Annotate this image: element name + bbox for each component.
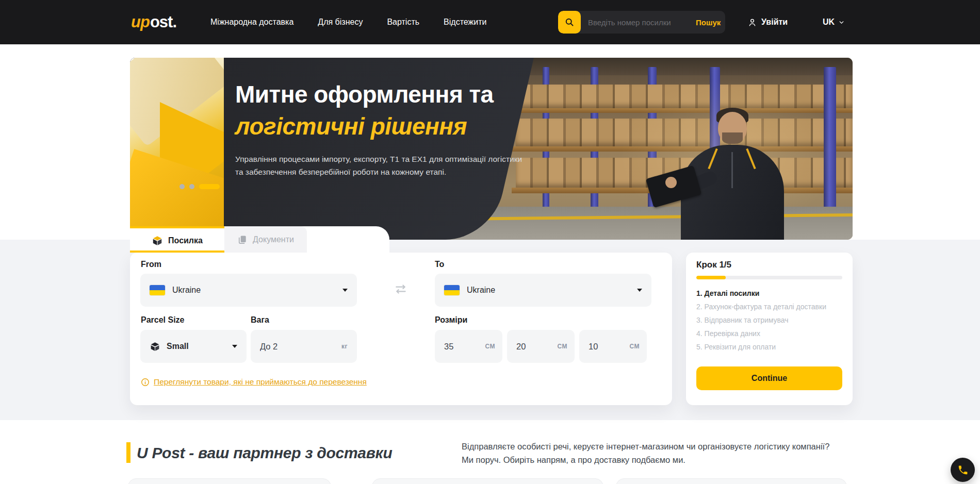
steps-card: Крок 1/5 1. Деталі посилки 2. Рахунок-фа… [686,253,853,405]
parcel-size-value: Small [167,342,189,351]
tab-parcel[interactable]: Посилка [130,226,224,253]
search-submit-button[interactable]: Пошук [696,18,725,27]
nav-track[interactable]: Відстежити [444,18,486,27]
logo[interactable]: upost. [131,0,176,44]
carousel-dot[interactable] [189,184,194,189]
caret-down-icon [342,289,348,292]
from-country-select[interactable]: Ukraine [140,274,357,307]
continue-button[interactable]: Continue [696,366,842,390]
nav-international-delivery[interactable]: Міжнародна доставка [210,18,293,27]
caret-down-icon [637,289,642,292]
dimension-width-input[interactable] [516,342,540,352]
swap-icon [394,282,407,296]
to-label: To [435,260,444,269]
search-button[interactable] [558,11,581,34]
heading-accent-bar [126,442,130,463]
step-counter: Крок 1/5 [696,260,731,270]
tab-parcel-label: Посилка [168,236,203,245]
dimension-height-field: см [579,330,647,363]
progress-fill [696,276,726,279]
to-country-value: Ukraine [467,286,495,295]
envelope-illustration [130,58,224,227]
hero-subtitle: Управління процесами імпорту, експорту, … [235,153,522,178]
nav-for-business[interactable]: Для бізнесу [318,18,363,27]
ukraine-flag-icon [150,285,165,295]
phone-icon [957,464,969,476]
search-bar: Пошук [558,11,725,34]
parcel-box-icon [152,235,163,246]
carousel-dot[interactable] [179,184,185,189]
step-item-5: 5. Реквізити для оплати [696,340,826,354]
parcel-size-select[interactable]: Small [140,330,247,363]
warehouse-worker [656,101,812,240]
carousel-dots [179,184,220,189]
restricted-goods-link-text: Переглянути товари, які не приймаються д… [154,377,367,387]
dimension-width-field: см [507,330,575,363]
phone-contact-button[interactable] [951,458,975,482]
shipping-form-card: From Ukraine To Ukraine Parcel Size Smal… [130,253,672,405]
login-label: Увійти [761,18,788,27]
dimension-unit: см [629,343,640,350]
from-country-value: Ukraine [172,286,201,295]
hero-banner: Митне оформлення та логістичні рішення У… [130,58,853,240]
dimension-length-field: см [435,330,502,363]
step-item-3: 3. Відправник та отримувач [696,313,826,327]
tracking-search: Пошук [558,0,725,44]
language-selector[interactable]: UK [823,0,845,44]
step-item-1: 1. Деталі посилки [696,287,826,300]
from-label: From [141,260,161,269]
search-icon [564,17,575,27]
logo-part-white: ost. [150,13,176,31]
dimension-height-input[interactable] [589,342,612,352]
weight-label: Вага [251,315,269,325]
step-item-2: 2. Рахунок-фактура та деталі доставки [696,300,826,313]
direction-card[interactable] [372,478,603,484]
direction-card[interactable] [128,478,331,484]
hero-title-line2: логістичні рішення [235,112,522,140]
weight-field: кг [251,330,357,363]
language-value: UK [823,18,835,27]
to-country-select[interactable]: Ukraine [435,274,651,307]
shipment-type-tabs: Посилка Документи [130,226,389,253]
search-input[interactable] [581,18,696,27]
steps-list: 1. Деталі посилки 2. Рахунок-фактура та … [696,287,826,354]
nav-pricing[interactable]: Вартість [387,18,419,27]
restricted-goods-link[interactable]: Переглянути товари, які не приймаються д… [141,377,367,387]
info-icon [141,378,150,387]
dimension-unit: см [557,343,567,350]
tab-documents[interactable]: Документи [224,226,307,253]
caret-down-icon [232,345,237,348]
section-heading: U Post - ваш партнер з доставки [137,444,392,462]
weight-unit: кг [341,343,348,350]
weight-input[interactable] [260,342,317,352]
header: upost. Міжнародна доставка Для бізнесу В… [0,0,980,44]
step-item-4: 4. Перевірка даних [696,327,826,340]
documents-icon [237,235,248,245]
main-nav: Міжнародна доставка Для бізнесу Вартість… [210,0,486,44]
dimensions-label: Розміри [435,315,467,325]
carousel-dot-active[interactable] [199,184,220,189]
hero-title-line1: Митне оформлення та [235,80,522,108]
dimension-unit: см [485,343,495,350]
ukraine-flag-icon [444,285,460,295]
chevron-down-icon [838,19,845,26]
parcel-size-label: Parcel Size [141,315,185,325]
swap-countries-button[interactable] [393,281,409,297]
progress-bar [696,276,842,279]
hero-text: Митне оформлення та логістичні рішення У… [235,80,522,178]
direction-card[interactable] [616,478,847,484]
page: upost. Міжнародна доставка Для бізнесу В… [0,0,980,484]
tab-documents-label: Документи [253,235,294,244]
dimension-length-input[interactable] [444,342,468,352]
section-text: Відправляєте особисті речі, керуєте інте… [462,440,869,466]
user-icon [747,18,757,27]
login-button[interactable]: Увійти [747,0,788,44]
small-box-icon [150,341,160,352]
logo-part-yellow: up [131,13,150,31]
